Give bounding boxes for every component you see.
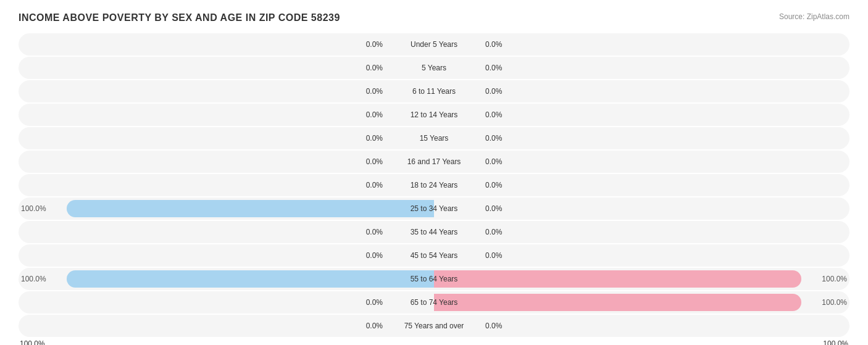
female-value: 0.0% [485,40,502,49]
female-value: 0.0% [485,204,502,213]
male-value: 0.0% [366,134,383,143]
chart-title: INCOME ABOVE POVERTY BY SEX AND AGE IN Z… [19,12,340,23]
male-value: 0.0% [366,228,383,236]
chart-row: 0.0%0.0%15 Years [19,127,849,149]
female-value: 0.0% [485,322,502,330]
chart-row: 0.0%0.0%6 to 11 Years [19,80,849,102]
chart-row: 0.0%100.0%65 to 74 Years [19,291,849,314]
female-value: 0.0% [485,64,502,72]
male-value: 100.0% [21,275,46,283]
chart-row: 0.0%0.0%5 Years [19,57,849,79]
male-value: 0.0% [366,251,383,260]
chart-row: 100.0%100.0%55 to 64 Years [19,268,849,290]
female-value: 100.0% [822,275,847,283]
chart-row: 0.0%0.0%12 to 14 Years [19,104,849,126]
male-value: 0.0% [366,40,383,49]
male-value: 0.0% [366,181,383,189]
chart-row: 0.0%0.0%35 to 44 Years [19,221,849,243]
female-value: 0.0% [485,251,502,260]
female-value: 0.0% [485,87,502,96]
male-value: 0.0% [366,87,383,96]
male-value: 0.0% [366,322,383,330]
source-label: Source: ZipAtlas.com [779,12,849,21]
female-bar [434,270,801,288]
female-value: 0.0% [485,157,502,166]
female-value: 0.0% [485,134,502,143]
chart-row: 100.0%0.0%25 to 34 Years [19,197,849,220]
male-bar [67,200,434,217]
chart-container: 0.0%0.0%Under 5 Years0.0%0.0%5 Years0.0%… [19,33,849,337]
female-value: 0.0% [485,181,502,189]
chart-row: 0.0%0.0%45 to 54 Years [19,244,849,267]
chart-row: 0.0%0.0%16 and 17 Years [19,151,849,173]
male-value: 0.0% [366,110,383,119]
female-bar [434,294,801,311]
male-value: 0.0% [366,298,383,307]
male-bar [67,270,434,288]
bottom-right-label: 100.0% [823,339,848,345]
female-value: 0.0% [485,228,502,236]
chart-row: 0.0%0.0%Under 5 Years [19,33,849,56]
male-value: 0.0% [366,64,383,72]
bottom-labels: 100.0% 100.0% [19,339,849,345]
chart-row: 0.0%0.0%75 Years and over [19,315,849,337]
female-value: 0.0% [485,110,502,119]
male-value: 100.0% [21,204,46,213]
chart-row: 0.0%0.0%18 to 24 Years [19,174,849,196]
female-value: 100.0% [822,298,847,307]
page-container: INCOME ABOVE POVERTY BY SEX AND AGE IN Z… [19,12,849,345]
male-value: 0.0% [366,157,383,166]
bottom-left-label: 100.0% [20,339,45,345]
